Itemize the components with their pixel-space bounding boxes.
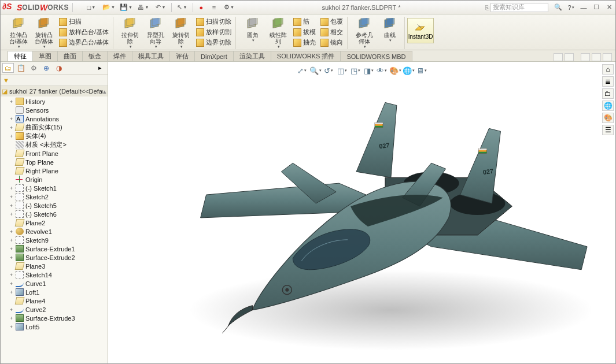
graphics-viewport[interactable]: ⤢▾🔍▾↺▾◫▾◳▾◨▾👁▾🎨▾🌐▾🖥▾ ⌂≣🗀🌐🎨☰ (108, 62, 615, 364)
tree-node[interactable]: Front Plane (1, 149, 108, 158)
tab-DimXpert[interactable]: DimXpert (194, 51, 234, 61)
config-mgr-tab[interactable]: ⚙ (28, 63, 39, 73)
display-mgr-tab[interactable]: ◑ (53, 63, 65, 73)
tab-评估[interactable]: 评估 (169, 51, 195, 61)
window-close-button[interactable]: ✕ (603, 2, 615, 13)
qat-rebuild-red-button[interactable]: ● (196, 2, 207, 13)
heads-up-section-button[interactable]: ◫▾ (336, 65, 348, 76)
heads-up-zoom-fit-button[interactable]: ⤢▾ (296, 65, 308, 76)
window-search-mag-button[interactable]: 🔍 (552, 2, 565, 13)
tab-SOLIDWORKS MBD[interactable]: SOLIDWORKS MBD (340, 51, 412, 61)
ribbon-hole-button[interactable]: 异型孔 向导▾ (143, 17, 168, 49)
ribbon-small-button[interactable]: 扫描切除 (194, 17, 233, 27)
expand-toggle-icon[interactable]: + (9, 237, 14, 243)
tab-渲染工具[interactable]: 渲染工具 (233, 51, 271, 61)
tree-node[interactable]: +AAnnotations (1, 114, 108, 123)
search-knowledge-input[interactable]: 搜索知识库 (490, 3, 548, 12)
tree-node[interactable]: +Surface-Extrude3 (1, 314, 108, 322)
expand-toggle-icon[interactable]: + (9, 289, 14, 295)
qat-undo-button[interactable]: ↶▼ (153, 2, 169, 13)
ribbon-small-button[interactable]: 相交 (319, 27, 345, 37)
doc-max-icon[interactable] (592, 53, 601, 61)
window-help-button[interactable]: ?▾ (565, 2, 577, 13)
taskpane-list-icon[interactable]: ☰ (602, 125, 614, 135)
heads-up-display-style-button[interactable]: ◨▾ (363, 65, 374, 76)
expand-toggle-icon[interactable]: + (9, 203, 14, 209)
tree-node[interactable]: +Surface-Extrude1 (1, 244, 108, 253)
expand-toggle-icon[interactable]: + (9, 281, 14, 287)
qat-options-button[interactable]: ≡ (208, 2, 220, 13)
tree-node[interactable]: +Loft5 (1, 322, 108, 331)
tab-草图[interactable]: 草图 (32, 51, 58, 61)
ribbon-small-button[interactable]: 包覆 (319, 17, 345, 27)
ribbon-extrude-button[interactable]: 拉伸凸 台/基体▾ (6, 17, 31, 49)
tree-node[interactable]: +(-) Sketch5 (1, 201, 108, 210)
tab-SOLIDWORKS 插件[interactable]: SOLIDWORKS 插件 (271, 51, 341, 61)
ribbon-small-button[interactable]: 放样凸台/基体 (57, 27, 110, 37)
taskpane-layers-icon[interactable]: ≣ (602, 76, 614, 87)
ribbon-cut-revolve-button[interactable]: 旋转切 除▾ (169, 17, 193, 49)
taskpane-home-icon[interactable]: ⌂ (602, 64, 614, 75)
tree-node[interactable]: +Sketch2 (1, 192, 108, 201)
ribbon-revolve-button[interactable]: 旋转凸 台/基体▾ (32, 17, 56, 49)
tree-node[interactable]: +History (1, 97, 108, 106)
expand-toggle-icon[interactable]: + (9, 211, 14, 217)
tree-node[interactable]: 材质 <未指定> (1, 140, 108, 149)
tab-模具工具[interactable]: 模具工具 (132, 51, 170, 61)
tree-node[interactable]: Right Plane (1, 166, 108, 175)
ribbon-small-button[interactable]: 放样切割 (194, 27, 233, 37)
ribbon-small-button[interactable]: 边界切除 (194, 38, 233, 47)
cascade-icon[interactable] (565, 53, 574, 61)
tree-node[interactable]: +(-) Sketch6 (1, 210, 108, 218)
taskpane-palette-icon[interactable]: 🎨 (602, 113, 614, 123)
tree-node[interactable]: Sensors (1, 106, 108, 114)
heads-up-apply-scene-button[interactable]: 🌐▾ (403, 65, 414, 76)
ribbon-small-button[interactable]: 边界凸台/基体 (57, 38, 110, 47)
ribbon-cut-extrude-button[interactable]: 拉伸切 除▾ (118, 17, 142, 49)
dim-mgr-tab[interactable]: ⊕ (40, 63, 52, 73)
tree-node[interactable]: Top Plane (1, 158, 108, 166)
tree-node[interactable]: +Sketch14 (1, 270, 108, 279)
expand-toggle-icon[interactable]: + (9, 185, 14, 191)
tree-node[interactable]: +Sketch9 (1, 236, 108, 244)
qat-save-button[interactable]: 💾▼ (118, 2, 134, 13)
ribbon-refgeom-button[interactable]: 参考几 何体▾ (352, 17, 377, 49)
expand-toggle-icon[interactable]: + (9, 125, 14, 131)
ribbon-small-button[interactable]: 镜向 (319, 38, 345, 47)
heads-up-hide-show-button[interactable]: 👁▾ (376, 65, 388, 76)
tree-node[interactable]: +曲面实体(15) (1, 123, 108, 132)
tree-node[interactable]: +Curve2 (1, 305, 108, 314)
ribbon-fillet-button[interactable]: 圆角▾ (241, 17, 265, 43)
tree-node[interactable]: Origin (1, 175, 108, 184)
ribbon-small-button[interactable]: 筋 (292, 17, 318, 27)
tree-root[interactable]: ◪ sukhoi 27 flanker (Default<<Defau ▴ (1, 86, 108, 96)
expand-toggle-icon[interactable]: + (9, 133, 14, 139)
expand-toggle-icon[interactable]: + (9, 324, 14, 330)
tab-曲面[interactable]: 曲面 (57, 51, 83, 61)
taskpane-globe-icon[interactable]: 🌐 (602, 101, 614, 111)
ribbon-curves-button[interactable]: 曲线▾ (378, 17, 402, 43)
window-min-button[interactable]: — (577, 2, 590, 13)
tree-node[interactable]: +Revolve1 (1, 227, 108, 236)
expand-toggle-icon[interactable]: + (9, 246, 14, 252)
qat-settings-button[interactable]: ⚙▼ (221, 2, 237, 13)
tree-node[interactable]: Plane2 (1, 218, 108, 227)
expand-toggle-icon[interactable]: + (9, 229, 14, 235)
heads-up-zoom-area-button[interactable]: 🔍▾ (309, 65, 321, 76)
feature-tree[interactable]: +HistorySensors+AAnnotations+曲面实体(15)+实体… (1, 96, 108, 364)
instant3d-button[interactable]: Instant3D (407, 18, 434, 43)
panel-expand-icon[interactable]: ▸ (94, 63, 106, 73)
expand-toggle-icon[interactable]: + (9, 99, 14, 105)
filter-funnel-icon[interactable]: ▼ (3, 77, 9, 84)
heads-up-edit-appear-button[interactable]: 🎨▾ (389, 65, 401, 76)
expand-toggle-icon[interactable]: + (9, 307, 14, 313)
heads-up-view-orient-button[interactable]: ◳▾ (349, 65, 361, 76)
qat-print-button[interactable]: 🖶▼ (135, 2, 152, 13)
feature-tree-tab[interactable]: 🗂 (2, 63, 14, 73)
tree-node[interactable]: +(-) Sketch1 (1, 184, 108, 192)
ribbon-pattern-button[interactable]: 线性阵 列▾ (266, 17, 290, 49)
qat-open-button[interactable]: 📂▼ (101, 2, 117, 13)
ribbon-small-button[interactable]: 抽壳 (292, 38, 318, 47)
taskpane-folder-icon[interactable]: 🗀 (602, 88, 614, 99)
ribbon-small-button[interactable]: 拔模 (292, 27, 318, 37)
